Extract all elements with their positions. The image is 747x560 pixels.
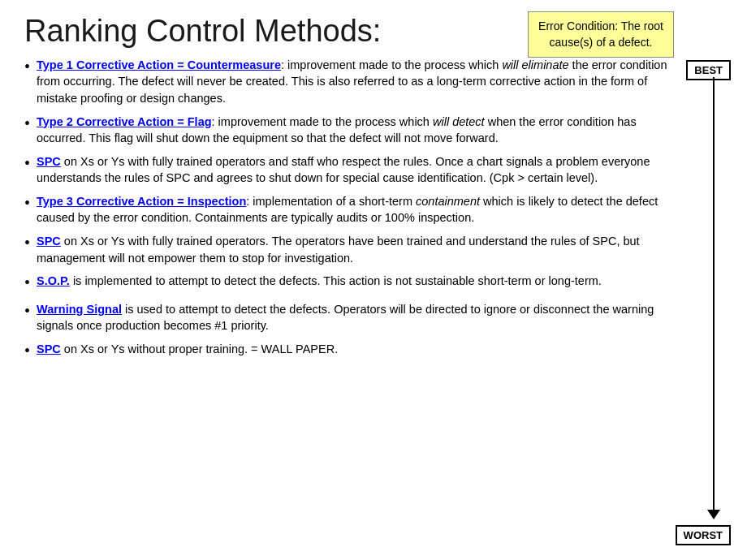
list-item: • Warning Signal is used to attempt to d… (24, 301, 678, 334)
list-item: • Type 2 Corrective Action = Flag: impro… (24, 114, 678, 147)
spc2-link[interactable]: SPC (37, 235, 61, 248)
item8-text: SPC on Xs or Ys without proper training.… (37, 341, 338, 358)
ranking-arrow (713, 77, 715, 511)
items-list: • Type 1 Corrective Action = Countermeas… (24, 57, 678, 362)
error-condition-box: Error Condition: The root cause(s) of a … (528, 11, 674, 58)
item2-italic: will detect (433, 115, 485, 128)
item1-italic: will eliminate (502, 58, 568, 71)
page-container: Ranking Control Methods: Error Condition… (0, 0, 747, 560)
bullet-icon: • (24, 271, 30, 294)
item1-text: Type 1 Corrective Action = Countermeasur… (37, 57, 678, 107)
worst-label: WORST (676, 525, 731, 545)
list-item: • SPC on Xs or Ys with fully trained ope… (24, 233, 678, 266)
type3-link[interactable]: Type 3 Corrective Action = Inspection (37, 195, 246, 208)
item6-text: S.O.P. is implemented to attempt to dete… (37, 273, 602, 290)
item3-text: SPC on Xs or Ys with fully trained opera… (37, 153, 678, 187)
item7-text: Warning Signal is used to attempt to det… (37, 301, 678, 334)
list-item: • SPC on Xs or Ys with fully trained ope… (24, 153, 678, 187)
bullet-icon: • (24, 55, 30, 78)
sop-link[interactable]: S.O.P. (37, 274, 70, 287)
bullet-icon: • (24, 231, 30, 254)
list-item: • Type 1 Corrective Action = Countermeas… (24, 57, 678, 107)
bullet-icon: • (24, 192, 30, 214)
list-item: • SPC on Xs or Ys without proper trainin… (24, 341, 678, 362)
list-item: • Type 3 Corrective Action = Inspection:… (24, 193, 678, 226)
type2-link[interactable]: Type 2 Corrective Action = Flag (37, 115, 212, 128)
bullet-icon: • (24, 152, 30, 174)
best-label: BEST (686, 60, 731, 80)
item2-text: Type 2 Corrective Action = Flag: improve… (37, 114, 678, 147)
item5-text: SPC on Xs or Ys with fully trained opera… (37, 233, 678, 266)
type1-link[interactable]: Type 1 Corrective Action = Countermeasur… (37, 58, 281, 71)
item4-text: Type 3 Corrective Action = Inspection: i… (37, 193, 678, 226)
bullet-icon: • (24, 112, 30, 135)
item4-italic: containment (416, 195, 480, 208)
warning-signal-link[interactable]: Warning Signal (37, 303, 122, 316)
bullet-icon: • (24, 339, 30, 362)
bullet-icon: • (24, 299, 30, 322)
spc3-link[interactable]: SPC (37, 342, 61, 355)
content-area: • Type 1 Corrective Action = Countermeas… (24, 57, 731, 362)
spc1-link[interactable]: SPC (37, 155, 61, 168)
list-item: • S.O.P. is implemented to attempt to de… (24, 273, 678, 294)
